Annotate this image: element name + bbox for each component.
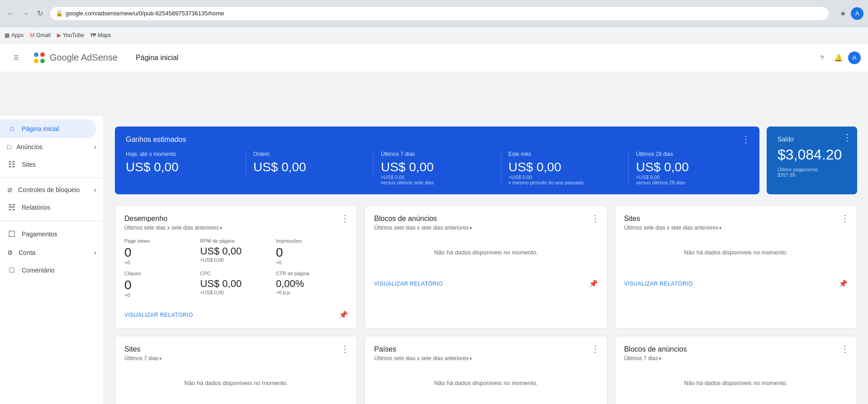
ad-blocks-1-pin-button[interactable]: 📌 <box>589 279 598 288</box>
sites-top-footer: VISUALIZAR RELATÓRIO 📌 <box>624 274 848 288</box>
earnings-more-button[interactable]: ⋮ <box>740 134 752 145</box>
sidebar-label-ads: Anúncios <box>16 143 43 150</box>
maps-icon: 🗺 <box>90 32 96 38</box>
ad-blocks-2-filter-arrow: ▾ <box>659 356 661 361</box>
countries-1-more-button[interactable]: ⋮ <box>591 343 600 354</box>
7days-sub1: +US$ 0,00 <box>381 174 493 180</box>
performance-filter[interactable]: Últimos sete dias x sete dias anteriores… <box>124 225 348 231</box>
sidebar-item-home[interactable]: ⌂ Página inicial <box>0 119 96 138</box>
saldo-sub-value: $357.85 <box>778 172 846 178</box>
lock-icon: 🔒 <box>56 10 63 17</box>
ad-blocks-2-title: Blocos de anúncios <box>624 345 848 353</box>
reload-button[interactable]: ↻ <box>33 7 46 20</box>
28days-sub1: +US$ 0,00 <box>636 174 749 180</box>
address-bar[interactable]: 🔒 google.com/adsense/new/u/0/pub-8254589… <box>50 6 829 21</box>
sidebar-item-reports[interactable]: ☵ Relatórios <box>0 198 96 217</box>
ad-blocks-1-filter[interactable]: Últimos sete dias x sete dias anteriores… <box>374 225 598 231</box>
saldo-more-button[interactable]: ⋮ <box>843 132 852 143</box>
chevron-right-icon-3: › <box>94 249 96 256</box>
today-label: Hoje, até o momento <box>126 151 238 157</box>
ad-blocks-1-no-data: Não há dados disponíveis no momento. <box>374 238 598 267</box>
chevron-right-icon-2: › <box>94 186 96 193</box>
countries-1-no-data: Não há dados disponíveis no momento. <box>374 369 598 397</box>
sidebar: ⌂ Página inicial □ Anúncios › ☷ Sites <box>0 116 104 404</box>
top-bar: ☰ Google AdSense Página inicial ? 🔔 <box>0 43 868 72</box>
saldo-value: $3,084.20 <box>778 146 846 163</box>
28days-value: US$ 0,00 <box>636 160 749 174</box>
reports-icon: ☵ <box>7 202 16 212</box>
sidebar-label-account: Conta <box>19 249 35 256</box>
earnings-row: Ganhos estimados ⋮ Hoje, até o momento U… <box>115 127 857 194</box>
metric-ctr: CTR de página 0,00% +0 p.p. <box>276 271 348 298</box>
user-avatar[interactable]: A <box>851 7 863 20</box>
performance-footer: VISUALIZAR RELATÓRIO 📌 <box>124 305 348 319</box>
today-value: US$ 0,00 <box>126 160 238 174</box>
sites-top-title: Sites <box>624 215 848 223</box>
browser-toolbar-right: ★ A <box>836 7 863 20</box>
sidebar-item-block-controls[interactable]: ⊘ Controles de bloqueio › <box>0 182 104 198</box>
sites-top-filter-arrow: ▾ <box>719 225 721 230</box>
sidebar-item-sites[interactable]: ☷ Sites <box>0 155 96 174</box>
this-month-label: Este mês <box>508 151 621 157</box>
bookmark-youtube[interactable]: ▶ YouTube <box>57 32 84 38</box>
earnings-today: Hoje, até o momento US$ 0,00 <box>126 151 246 174</box>
sidebar-item-account[interactable]: ⚙ Conta › <box>0 244 104 261</box>
performance-more-button[interactable]: ⋮ <box>341 213 350 224</box>
performance-pin-button[interactable]: 📌 <box>339 310 348 319</box>
back-button[interactable]: ← <box>5 7 17 20</box>
menu-hamburger-button[interactable]: ☰ <box>7 49 25 67</box>
comments-icon: □ <box>7 265 16 275</box>
sites-top-pin-button[interactable]: 📌 <box>839 279 848 288</box>
sidebar-item-ads[interactable]: □ Anúncios › <box>0 139 104 155</box>
bookmark-apps[interactable]: ▦ Apps <box>5 32 24 38</box>
url-text: google.com/adsense/new/u/0/pub-825458975… <box>66 10 224 17</box>
metric-impressions: Impressões 0 +0 <box>276 238 348 265</box>
account-icon: ⚙ <box>7 249 13 256</box>
top-bar-right: ? 🔔 A <box>816 52 861 64</box>
browser-nav: ← → ↻ <box>5 7 46 20</box>
metric-pageviews: Page views 0 +0 <box>124 238 196 265</box>
7days-value: US$ 0,00 <box>381 160 493 174</box>
performance-title: Desempenho <box>124 215 348 223</box>
forward-button[interactable]: → <box>19 7 32 20</box>
earnings-yesterday: Ontem US$ 0,00 <box>246 151 374 174</box>
metric-clicks: Cliques 0 +0 <box>124 271 196 298</box>
ad-blocks-2-more-button[interactable]: ⋮ <box>840 343 849 354</box>
bookmark-gmail[interactable]: M Gmail <box>30 32 50 38</box>
app-name: Google AdSense <box>50 52 118 63</box>
ad-blocks-1-view-report-button[interactable]: VISUALIZAR RELATÓRIO <box>374 281 443 287</box>
adsense-logo-icon <box>33 51 46 65</box>
help-button[interactable]: ? <box>816 52 828 64</box>
top-bar-avatar[interactable]: A <box>848 52 861 64</box>
payments-icon: ☐ <box>7 229 16 239</box>
ad-blocks-2-filter[interactable]: Últimos 7 dias ▾ <box>624 355 848 362</box>
sites-top-more-button[interactable]: ⋮ <box>840 213 849 224</box>
countries-1-filter[interactable]: Últimos sete dias x sete dias anteriores… <box>374 355 598 362</box>
saldo-card: Saldo ⋮ $3,084.20 Último pagamento $357.… <box>767 127 857 194</box>
sites-bottom-more-button[interactable]: ⋮ <box>341 343 350 354</box>
sidebar-item-payments[interactable]: ☐ Pagamentos <box>0 225 96 244</box>
sites-top-view-report-button[interactable]: VISUALIZAR RELATÓRIO <box>624 281 693 287</box>
logo-area: Google AdSense <box>33 51 118 65</box>
saldo-sub-label: Último pagamento <box>778 167 846 172</box>
sidebar-label-comments: Comentário <box>22 267 54 274</box>
performance-filter-arrow: ▾ <box>220 225 222 230</box>
apps-grid-icon: ▦ <box>5 32 9 38</box>
ad-blocks-1-more-button[interactable]: ⋮ <box>591 213 600 224</box>
sites-bottom-filter[interactable]: Últimos 7 dias ▾ <box>124 355 348 362</box>
yesterday-value: US$ 0,00 <box>253 160 366 174</box>
bookmark-star-button[interactable]: ★ <box>836 7 849 20</box>
ad-blocks-1-filter-arrow: ▾ <box>470 225 472 230</box>
sites-top-filter[interactable]: Últimos sete dias x sete dias anteriores… <box>624 225 848 231</box>
svg-point-0 <box>34 52 38 57</box>
notifications-button[interactable]: 🔔 <box>832 52 844 64</box>
bookmark-maps[interactable]: 🗺 Maps <box>90 32 111 38</box>
performance-view-report-button[interactable]: VISUALIZAR RELATÓRIO <box>124 312 193 318</box>
chevron-right-icon: › <box>94 143 96 150</box>
this-month-sub1: +US$ 0,00 <box>508 174 621 180</box>
ad-blocks-card-1: Blocos de anúncios Últimos sete dias x s… <box>365 205 607 329</box>
7days-label: Últimos 7 dias <box>381 151 493 157</box>
sidebar-divider-2 <box>0 221 104 221</box>
28days-label: Últimos 28 dias <box>636 151 749 157</box>
sidebar-item-comments[interactable]: □ Comentário <box>0 261 96 279</box>
